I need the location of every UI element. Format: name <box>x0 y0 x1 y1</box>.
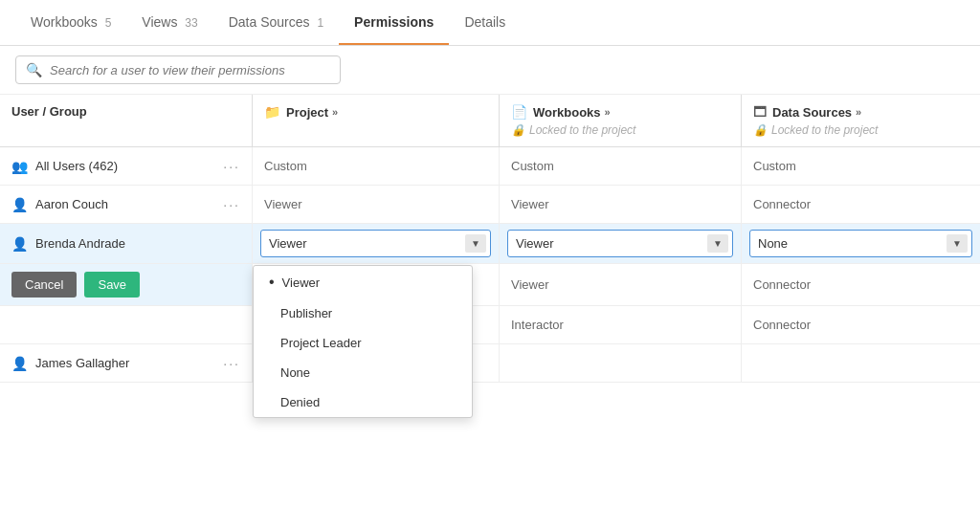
workbooks-icon: 📄 <box>511 104 527 120</box>
tab-permissions[interactable]: Permissions <box>339 1 449 45</box>
user-cell-james: 👤 James Gallagher ··· <box>0 344 252 382</box>
arrow-right-icon-ds: » <box>856 106 861 118</box>
table-header: User / Group 📁 Project » 📄 Workbooks » <box>0 95 980 147</box>
tab-views[interactable]: Views 33 <box>126 1 212 45</box>
extra-row2-workbooks: Interactor <box>499 306 741 343</box>
dropdown-option-none[interactable]: None <box>254 358 472 387</box>
workbooks-dropdown-cell: Viewer ▼ <box>499 224 741 263</box>
dropdown-arrow-workbooks: ▼ <box>707 234 728 253</box>
dropdown-option-denied[interactable]: Denied <box>254 387 472 417</box>
arrow-right-icon-wb: » <box>605 106 611 118</box>
tab-details[interactable]: Details <box>449 1 521 45</box>
workbooks-cell-allusers: Custom <box>499 147 741 185</box>
search-bar: 🔍 <box>0 46 980 95</box>
datasources-dropdown-cell: None ▼ <box>741 224 980 263</box>
project-cell-allusers: Custom <box>252 147 499 185</box>
tab-bar: Workbooks 5 Views 33 Data Sources 1 Perm… <box>0 0 980 46</box>
cancel-button[interactable]: Cancel <box>11 272 77 298</box>
dropdown-arrow-project: ▼ <box>465 234 486 253</box>
user-cell-aaroncouch: 👤 Aaron Couch ··· <box>0 186 252 223</box>
workbooks-cell-aaron: Viewer <box>499 186 741 223</box>
table-row: Viewer Interactor Connector <box>0 306 980 344</box>
dropdown-arrow-datasources: ▼ <box>947 234 968 253</box>
dropdown-popup-project: Viewer Publisher Project Leader None Den <box>253 265 473 418</box>
arrow-right-icon: » <box>332 106 338 118</box>
tab-datasources[interactable]: Data Sources 1 <box>213 1 339 45</box>
lock-icon-wb: 🔒 <box>511 123 525 137</box>
datasources-cell-james <box>741 344 980 382</box>
workbooks-cell-james <box>499 344 741 382</box>
extra-row2-datasources: Connector <box>741 306 980 343</box>
project-dropdown[interactable]: Viewer ▼ <box>260 230 491 257</box>
action-row: Cancel Save Viewer Viewer Connector <box>0 264 980 306</box>
user-icon-james: 👤 <box>11 356 28 371</box>
datasources-dropdown[interactable]: None ▼ <box>749 230 972 257</box>
save-button[interactable]: Save <box>84 272 140 298</box>
app-container: Workbooks 5 Views 33 Data Sources 1 Perm… <box>0 0 980 529</box>
datasources-cell-aaron: Connector <box>741 186 980 223</box>
permissions-table: User / Group 📁 Project » 📄 Workbooks » <box>0 95 980 529</box>
user-menu-aaron[interactable]: ··· <box>223 197 240 212</box>
dropdown-option-project-leader[interactable]: Project Leader <box>254 328 472 358</box>
search-input[interactable] <box>50 63 318 77</box>
user-cell-allusers: 👥 All Users (462) ··· <box>0 147 252 185</box>
user-cell-empty2 <box>0 306 252 343</box>
user-cell-brenda: 👤 Brenda Andrade <box>0 224 252 263</box>
workbooks-dropdown[interactable]: Viewer ▼ <box>507 230 733 257</box>
table-row: 👤 Aaron Couch ··· Viewer Viewer Connecto… <box>0 186 980 224</box>
table-row: 👤 James Gallagher ··· <box>0 344 980 383</box>
table-body: 👥 All Users (462) ··· Custom Custom Cust… <box>0 147 980 383</box>
col-header-workbooks: 📄 Workbooks » 🔒 Locked to the project <box>499 95 741 146</box>
datasources-icon: 🗔 <box>753 104 767 120</box>
user-menu-james[interactable]: ··· <box>223 356 240 371</box>
group-icon: 👥 <box>11 159 28 174</box>
folder-icon: 📁 <box>264 104 280 120</box>
col-header-datasources: 🗔 Data Sources » 🔒 Locked to the project <box>741 95 980 146</box>
user-icon-brenda: 👤 <box>11 236 28 252</box>
search-icon: 🔍 <box>26 62 42 77</box>
extra-row1-datasources: Connector <box>741 264 980 305</box>
dropdown-option-viewer[interactable]: Viewer <box>254 266 472 298</box>
project-dropdown-cell: Viewer ▼ Viewer Publisher Project Leader <box>252 224 499 263</box>
dropdown-option-publisher[interactable]: Publisher <box>254 298 472 328</box>
col-header-project: 📁 Project » <box>252 95 499 146</box>
extra-row1-workbooks: Viewer <box>499 264 741 305</box>
col-header-user: User / Group <box>0 95 252 146</box>
table-row: 👥 All Users (462) ··· Custom Custom Cust… <box>0 147 980 186</box>
tab-workbooks[interactable]: Workbooks 5 <box>15 1 126 45</box>
action-cell: Cancel Save <box>0 264 252 305</box>
table-row-brenda: 👤 Brenda Andrade Viewer ▼ Viewer <box>0 224 980 264</box>
datasources-cell-allusers: Custom <box>741 147 980 185</box>
lock-icon-ds: 🔒 <box>753 123 768 137</box>
project-cell-aaron: Viewer <box>252 186 499 223</box>
user-icon-aaron: 👤 <box>11 197 28 212</box>
user-menu-allusers[interactable]: ··· <box>223 159 240 174</box>
